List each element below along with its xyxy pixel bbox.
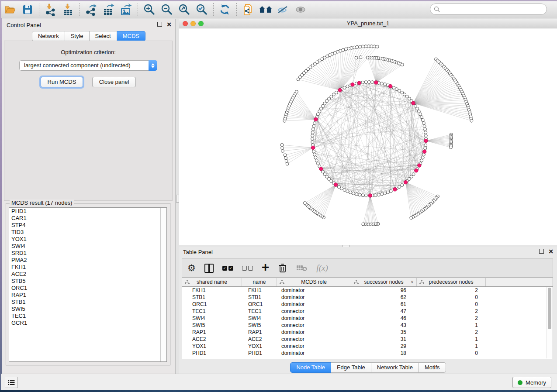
- memory-button[interactable]: Memory: [512, 377, 551, 388]
- show-all-button[interactable]: [293, 3, 308, 17]
- list-item[interactable]: SRD1: [9, 250, 166, 257]
- list-item[interactable]: TEC1: [9, 313, 166, 320]
- memory-label: Memory: [526, 379, 546, 386]
- tab-mcds[interactable]: MCDS: [117, 31, 145, 41]
- table-row[interactable]: SWI5SWI5connector431: [182, 322, 553, 329]
- column-header[interactable]: shared name: [182, 278, 242, 286]
- task-list-icon: [7, 378, 16, 386]
- zoom-out-button[interactable]: [159, 3, 175, 17]
- tab-motifs[interactable]: Motifs: [419, 362, 446, 373]
- select-all-button[interactable]: ✓✓: [222, 261, 233, 275]
- table-row[interactable]: SWI4SWI4dominator462: [182, 315, 553, 322]
- table-row[interactable]: ORC1ORC1dominator610: [182, 301, 553, 308]
- list-item[interactable]: GCR1: [9, 320, 166, 327]
- show-columns-button[interactable]: [204, 261, 214, 275]
- save-session-button[interactable]: [20, 3, 35, 17]
- close-panel-button[interactable]: Close panel: [92, 77, 136, 87]
- tab-node-table[interactable]: Node Table: [290, 362, 331, 373]
- export-table-button[interactable]: [101, 3, 117, 17]
- zoom-fit-button[interactable]: [176, 3, 192, 17]
- run-mcds-button[interactable]: Run MCDS: [41, 77, 83, 87]
- list-item[interactable]: ORC1: [9, 285, 166, 292]
- export-table-icon: [102, 3, 115, 16]
- deselect-all-icon: [242, 266, 247, 271]
- column-header-label: predecessor nodes: [429, 279, 473, 285]
- delete-button[interactable]: [278, 261, 287, 275]
- tab-network[interactable]: Network: [32, 31, 65, 41]
- open-folder-icon: [4, 4, 16, 15]
- list-item[interactable]: STB5: [9, 278, 166, 285]
- column-header[interactable]: MCDS role: [277, 278, 351, 286]
- hide-selected-button[interactable]: [275, 3, 291, 17]
- table-row[interactable]: ACE2ACE2connector311: [182, 336, 553, 343]
- list-item[interactable]: RAP1: [9, 292, 166, 299]
- tab-network-table[interactable]: Network Table: [371, 362, 419, 373]
- list-item[interactable]: CAR1: [9, 215, 166, 222]
- table-toolbar: ⚙ ✓✓ + f(x): [182, 258, 553, 278]
- list-item[interactable]: STP4: [9, 222, 166, 229]
- close-panel-icon[interactable]: ✕: [548, 249, 554, 254]
- table-row[interactable]: PHD1PHD1dominator180: [182, 350, 553, 357]
- list-item[interactable]: STB1: [9, 299, 166, 306]
- column-header[interactable]: name: [242, 278, 277, 286]
- select-all-icon: ✓: [222, 266, 227, 271]
- criterion-select[interactable]: largest connected component (undirected): [19, 60, 157, 71]
- list-item[interactable]: TID3: [9, 229, 166, 236]
- control-panel: Control Panel ✕ Network Style Select MCD…: [2, 19, 176, 374]
- clone-network-button[interactable]: [240, 3, 256, 17]
- table-row[interactable]: RAP1RAP1dominator352: [182, 329, 553, 336]
- import-network-icon: [45, 3, 57, 16]
- mcds-result-scrollbar[interactable]: [160, 208, 166, 361]
- network-window-titlebar[interactable]: YPA_prune.txt_1: [179, 19, 557, 28]
- show-columns-icon: [204, 264, 214, 273]
- home-views-button[interactable]: [258, 3, 273, 17]
- network-view-canvas[interactable]: [179, 28, 557, 245]
- table-row[interactable]: STB1STB1dominator620: [182, 294, 553, 301]
- zoom-in-button[interactable]: [142, 3, 157, 17]
- minimize-window-icon[interactable]: [190, 21, 196, 26]
- table-row[interactable]: FKH1FKH1dominator962: [182, 287, 553, 294]
- delete-table-button[interactable]: [296, 261, 308, 275]
- table-row[interactable]: TEC1TEC1connector472: [182, 308, 553, 315]
- refresh-layout-icon: [219, 3, 231, 16]
- splitter-grip[interactable]: [176, 195, 179, 203]
- import-table-button[interactable]: [60, 3, 76, 17]
- scrollbar-thumb[interactable]: [548, 288, 551, 329]
- add-button[interactable]: +: [262, 261, 270, 275]
- float-panel-icon[interactable]: [539, 249, 544, 254]
- list-item[interactable]: ACE2: [9, 271, 166, 278]
- list-item[interactable]: SWI5: [9, 306, 166, 313]
- tab-select[interactable]: Select: [90, 31, 117, 41]
- sort-chevron-icon[interactable]: ∨: [411, 278, 414, 286]
- close-panel-icon[interactable]: ✕: [166, 22, 172, 27]
- clone-network-icon: [242, 3, 254, 16]
- tab-edge-table[interactable]: Edge Table: [331, 362, 371, 373]
- list-item[interactable]: FKH1: [9, 264, 166, 271]
- deselect-all-button[interactable]: [242, 261, 253, 275]
- column-header[interactable]: successor nodes∨: [351, 278, 417, 286]
- column-header-label: shared name: [197, 279, 227, 285]
- list-item[interactable]: YOX1: [9, 236, 166, 243]
- list-item[interactable]: PHD1: [9, 208, 166, 215]
- status-bar: Memory: [1, 374, 557, 390]
- export-image-button[interactable]: [118, 3, 134, 17]
- function-builder-button[interactable]: f(x): [316, 261, 328, 275]
- table-scrollbar[interactable]: [547, 287, 552, 358]
- list-item[interactable]: SWI4: [9, 243, 166, 250]
- export-network-button[interactable]: [83, 3, 99, 17]
- open-session-button[interactable]: [2, 3, 18, 17]
- column-header[interactable]: predecessor nodes: [417, 278, 486, 286]
- float-panel-icon[interactable]: [157, 22, 162, 27]
- table-row[interactable]: YOX1YOX1connector291: [182, 343, 553, 350]
- table-settings-button[interactable]: ⚙: [187, 261, 196, 275]
- tab-style[interactable]: Style: [65, 31, 90, 41]
- shared-column-icon: [354, 280, 359, 285]
- show-task-history-button[interactable]: [5, 377, 18, 388]
- zoom-selected-button[interactable]: [194, 3, 210, 17]
- search-input[interactable]: [443, 6, 543, 13]
- close-window-icon[interactable]: [183, 21, 188, 26]
- maximize-window-icon[interactable]: [198, 21, 204, 26]
- import-network-button[interactable]: [43, 3, 59, 17]
- refresh-layout-button[interactable]: [217, 3, 233, 17]
- list-item[interactable]: PMA2: [9, 257, 166, 264]
